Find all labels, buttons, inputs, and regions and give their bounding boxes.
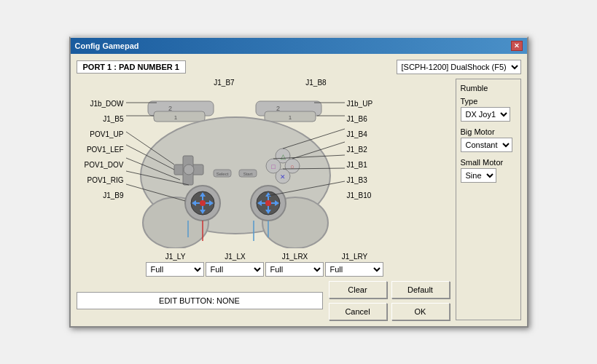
svg-text:✕: ✕ xyxy=(280,173,286,181)
right-label-3: J1_B2 xyxy=(345,145,394,154)
right-label-1: J1_B6 xyxy=(345,114,394,124)
rumble-small-motor-select[interactable]: Sine xyxy=(461,168,496,183)
svg-point-35 xyxy=(265,200,271,206)
axis-labels: J1_LY J1_LX J1_LRX J1_LRY xyxy=(146,253,450,261)
rumble-big-motor-select[interactable]: Constant xyxy=(461,138,512,152)
svg-text:Select: Select xyxy=(216,172,228,176)
action-row-1: Clear Default xyxy=(329,281,450,298)
title-bar: Config Gamepad ✕ xyxy=(71,38,527,54)
default-button[interactable]: Default xyxy=(391,281,450,298)
rumble-small-motor-field: Small Motor Sine xyxy=(461,158,516,183)
left-label-3: POV1_LEF xyxy=(77,145,126,154)
axis-label-2: J1_LRX xyxy=(265,253,325,261)
right-label-4: J1_B1 xyxy=(345,160,394,170)
top-row: PORT 1 : PAD NUMBER 1 [SCPH-1200] DualSh… xyxy=(77,60,521,74)
rumble-big-motor-field: Big Motor Constant xyxy=(461,127,516,152)
svg-point-13 xyxy=(184,165,194,175)
svg-rect-4 xyxy=(154,111,205,122)
gamepad-row: J1b_DOW J1_B5 POV1_UP POV1_LEF POV1_DOV … xyxy=(77,88,450,250)
top-label-b8: J1_B8 xyxy=(305,79,326,87)
left-labels: J1b_DOW J1_B5 POV1_UP POV1_LEF POV1_DOV … xyxy=(77,88,126,200)
cancel-button[interactable]: Cancel xyxy=(329,303,387,320)
edit-button-label: EDIT BUTTON: NONE xyxy=(159,296,240,305)
left-label-6: J1_B9 xyxy=(77,191,126,200)
action-buttons: Clear Default Cancel OK xyxy=(329,281,450,320)
left-label-4: POV1_DOV xyxy=(77,160,126,170)
rumble-type-field: Type DX Joy1 xyxy=(461,97,516,122)
main-area: J1_B7 J1_B8 J1b_DOW J1_B5 POV1_UP POV1_L… xyxy=(77,79,521,320)
right-labels: J1b_UP J1_B6 J1_B4 J1_B2 J1_B1 J1_B3 J1_… xyxy=(345,88,394,200)
gamepad-svg: 2 2 1 1 xyxy=(126,88,345,248)
axis-select-0[interactable]: Full xyxy=(146,262,204,277)
gamepad-image: 2 2 1 1 xyxy=(126,88,345,250)
rumble-type-select[interactable]: DX Joy1 xyxy=(461,107,510,122)
axis-dropdowns: Full Full Full Full xyxy=(146,262,450,277)
svg-text:△: △ xyxy=(280,153,285,160)
left-label-1: J1_B5 xyxy=(77,114,126,124)
axis-label-3: J1_LRY xyxy=(325,253,385,261)
svg-text:○: ○ xyxy=(290,163,294,170)
axis-select-3[interactable]: Full xyxy=(325,262,383,277)
config-gamepad-window: Config Gamepad ✕ PORT 1 : PAD NUMBER 1 [… xyxy=(69,36,528,328)
bottom-row: EDIT BUTTON: NONE Clear Default Cancel O… xyxy=(77,281,450,320)
axis-select-2[interactable]: Full xyxy=(265,262,324,277)
svg-text:□: □ xyxy=(271,163,276,170)
svg-text:1: 1 xyxy=(288,114,292,121)
svg-text:Start: Start xyxy=(243,172,252,176)
rumble-small-motor-label: Small Motor xyxy=(461,158,516,167)
port-label: PORT 1 : PAD NUMBER 1 xyxy=(77,60,186,74)
rumble-title: Rumble xyxy=(461,84,516,92)
axis-label-0: J1_LY xyxy=(146,253,206,261)
rumble-big-motor-label: Big Motor xyxy=(461,127,516,136)
window-content: PORT 1 : PAD NUMBER 1 [SCPH-1200] DualSh… xyxy=(71,54,527,326)
svg-text:1: 1 xyxy=(173,114,177,121)
axis-label-1: J1_LX xyxy=(206,253,265,261)
top-labels: J1_B7 J1_B8 xyxy=(135,79,391,87)
top-label-b7: J1_B7 xyxy=(214,79,234,87)
edit-button-box: EDIT BUTTON: NONE xyxy=(77,292,323,309)
right-label-5: J1_B3 xyxy=(345,175,394,185)
rumble-type-label: Type xyxy=(461,97,516,106)
device-select-container: [SCPH-1200] DualShock (F5) xyxy=(397,60,521,74)
action-row-2: Cancel OK xyxy=(329,303,450,320)
device-select[interactable]: [SCPH-1200] DualShock (F5) xyxy=(397,60,521,74)
svg-point-26 xyxy=(200,200,206,206)
right-label-6: J1_B10 xyxy=(345,191,394,200)
right-label-0: J1b_UP xyxy=(345,99,394,108)
window-title: Config Gamepad xyxy=(75,41,139,50)
close-button[interactable]: ✕ xyxy=(511,41,523,51)
left-label-5: POV1_RIG xyxy=(77,175,126,185)
gamepad-section: J1_B7 J1_B8 J1b_DOW J1_B5 POV1_UP POV1_L… xyxy=(77,79,450,320)
axis-select-1[interactable]: Full xyxy=(206,262,264,277)
left-label-2: POV1_UP xyxy=(77,130,126,139)
right-label-2: J1_B4 xyxy=(345,130,394,139)
rumble-panel: Rumble Type DX Joy1 Big Motor Constant S… xyxy=(456,79,521,320)
left-label-0: J1b_DOW xyxy=(77,99,126,108)
clear-button[interactable]: Clear xyxy=(329,281,387,298)
ok-button[interactable]: OK xyxy=(391,303,450,320)
